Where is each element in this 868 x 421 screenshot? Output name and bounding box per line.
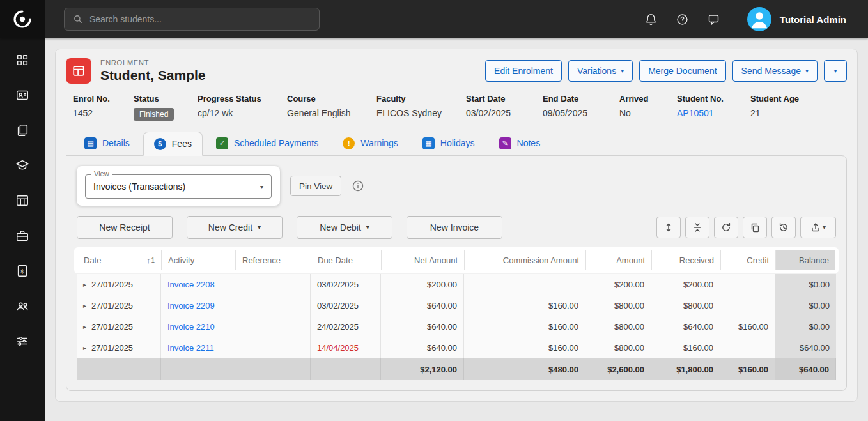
column-header-label: Credit	[747, 256, 769, 265]
column-header-label: Reference	[242, 256, 281, 265]
button-label: New Debit	[320, 222, 361, 233]
more-actions-button[interactable]: ▾	[824, 60, 847, 82]
enrolment-titles: ENROLMENT Student, Sample	[100, 59, 206, 83]
invoice-link[interactable]: Invoice 2211	[167, 343, 214, 353]
send-message-button[interactable]: Send Message ▾	[732, 60, 818, 82]
sidebar-item-timetable[interactable]	[8, 192, 36, 210]
table-row[interactable]: ▸27/01/2025Invoice 221024/02/2025$640.00…	[77, 316, 836, 337]
cell-reference	[235, 337, 311, 358]
edit-enrolment-button[interactable]: Edit Enrolment	[485, 60, 562, 82]
help-icon[interactable]	[676, 13, 689, 26]
column-header-label: Commission Amount	[503, 256, 579, 265]
new-receipt-button[interactable]: New Receipt	[77, 216, 173, 239]
cell-date-text: 27/01/2025	[91, 301, 133, 310]
new-debit-button[interactable]: New Debit ▾	[297, 216, 392, 239]
variations-button[interactable]: Variations ▾	[568, 60, 633, 82]
tab-holidays[interactable]: ▦ Holidays	[412, 131, 486, 155]
cell-credit: $160.00	[720, 316, 775, 337]
search-bar[interactable]	[64, 8, 320, 31]
search-input[interactable]	[89, 14, 311, 24]
info-value: General English	[287, 108, 376, 118]
column-header-label: Net Amount	[414, 256, 458, 265]
column-header-net-amount[interactable]: Net Amount	[382, 250, 465, 270]
unfold-more-icon	[663, 222, 674, 233]
sidebar-item-settings[interactable]	[8, 332, 36, 350]
briefcase-icon	[15, 229, 29, 243]
expand-row-icon[interactable]: ▸	[83, 281, 86, 288]
sidebar-item-courses[interactable]	[8, 157, 36, 174]
chevron-down-icon: ▾	[260, 183, 263, 190]
info-field-start-date: Start Date03/02/2025	[466, 94, 543, 121]
pin-view-button[interactable]: Pin View	[290, 176, 341, 196]
sort-asc-icon: ↑	[146, 256, 151, 265]
enrolment-actions: Edit Enrolment Variations ▾ Merge Docume…	[485, 60, 847, 82]
expand-row-icon[interactable]: ▸	[83, 344, 86, 351]
tab-warnings[interactable]: ! Warnings	[332, 131, 409, 155]
collapse-rows-button[interactable]	[685, 217, 709, 238]
info-label: End Date	[543, 94, 619, 103]
column-header-activity[interactable]: Activity	[162, 250, 236, 270]
sidebar-item-dashboard[interactable]	[8, 51, 36, 69]
invoice-link[interactable]: Invoice 2209	[167, 301, 215, 310]
chevron-down-icon: ▾	[805, 68, 809, 74]
new-invoice-button[interactable]: New Invoice	[407, 216, 502, 239]
tab-notes[interactable]: ✎ Notes	[488, 131, 552, 155]
new-credit-button[interactable]: New Credit ▾	[187, 216, 283, 239]
copy-icon	[750, 222, 760, 233]
info-value: 21	[750, 108, 814, 118]
info-label: Enrol No.	[73, 94, 134, 103]
expand-rows-button[interactable]	[656, 217, 681, 238]
table-row[interactable]: ▸27/01/2025Invoice 220803/02/2025$200.00…	[77, 274, 836, 295]
invoice-link[interactable]: Invoice 2210	[167, 322, 215, 332]
sidebar-item-contacts[interactable]	[8, 86, 36, 104]
column-header-reference[interactable]: Reference	[236, 250, 311, 270]
info-icon[interactable]	[352, 180, 364, 192]
chat-icon[interactable]	[707, 13, 720, 26]
cell-received: $160.00	[651, 337, 720, 358]
cell-received: $200.00	[651, 274, 720, 295]
expand-row-icon[interactable]: ▸	[83, 302, 86, 309]
button-label: Send Message	[741, 66, 801, 76]
cell-reference	[235, 295, 311, 316]
info-label: Progress Status	[198, 94, 287, 103]
enrolment-info-row: Enrol No.1452StatusFinishedProgress Stat…	[73, 94, 847, 121]
table-row[interactable]: ▸27/01/2025Invoice 221114/04/2025$640.00…	[77, 337, 836, 358]
sidebar-item-invoices[interactable]: $	[8, 262, 36, 280]
cell-activity: Invoice 2211	[161, 337, 235, 358]
sidebar-item-documents[interactable]	[8, 121, 36, 139]
tab-scheduled-payments[interactable]: ✓ Scheduled Payments	[205, 131, 329, 155]
export-button[interactable]: ▾	[800, 217, 836, 238]
info-field-arrived: ArrivedNo	[619, 94, 677, 121]
cell-balance: $0.00	[775, 274, 836, 295]
view-select[interactable]: View Invoices (Transactions) ▾	[85, 174, 272, 199]
button-label: New Invoice	[430, 222, 479, 233]
user-menu[interactable]: Tutorial Admin	[747, 7, 846, 31]
student-no-link[interactable]: AP10501	[677, 108, 750, 118]
tab-fees[interactable]: $ Fees	[143, 132, 203, 156]
refresh-button[interactable]	[714, 217, 738, 238]
table-row[interactable]: ▸27/01/2025Invoice 220903/02/2025$640.00…	[77, 295, 836, 316]
column-header-label: Balance	[799, 256, 829, 265]
sidebar-item-agents[interactable]	[8, 227, 36, 245]
column-header-date[interactable]: Date↑1	[77, 250, 162, 270]
expand-row-icon[interactable]: ▸	[83, 323, 86, 330]
copy-button[interactable]	[743, 217, 767, 238]
record-type-label: ENROLMENT	[100, 59, 206, 66]
column-header-amount[interactable]: Amount	[586, 250, 652, 270]
totals-row: $2,120.00$480.00$2,600.00$1,800.00$160.0…	[77, 358, 836, 380]
column-header-credit[interactable]: Credit	[721, 250, 776, 270]
info-label: Student Age	[750, 94, 814, 103]
column-header-due-date[interactable]: Due Date	[311, 250, 382, 270]
column-header-balance[interactable]: Balance	[776, 250, 835, 270]
tab-details[interactable]: ▤ Details	[74, 131, 141, 155]
avatar[interactable]	[747, 7, 771, 31]
column-header-commission-amount[interactable]: Commission Amount	[465, 250, 586, 270]
column-header-received[interactable]: Received	[652, 250, 721, 270]
notifications-bell-icon[interactable]	[644, 13, 658, 26]
merge-document-button[interactable]: Merge Document	[639, 60, 725, 82]
history-button[interactable]	[771, 217, 796, 238]
invoice-link[interactable]: Invoice 2208	[167, 280, 215, 289]
app-logo[interactable]	[0, 0, 45, 38]
cell-net: $640.00	[381, 295, 464, 316]
sidebar-item-staff[interactable]	[8, 297, 36, 315]
